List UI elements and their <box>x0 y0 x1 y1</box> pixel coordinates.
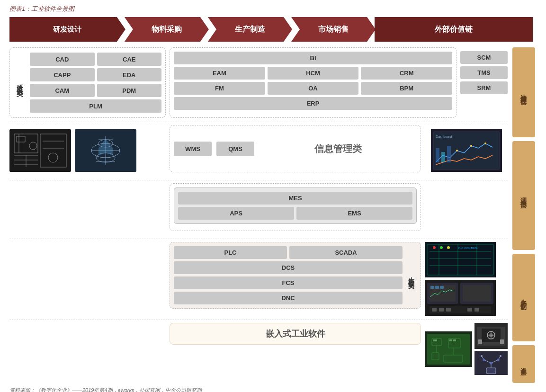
header-bar: 研发设计 物料采购 生产制造 市场销售 外部价值链 <box>9 17 537 42</box>
prod-layer-label: 生产控制层 <box>512 254 535 341</box>
footer-text: 资料来源：《数字化企业》——2019年第4期，eworks，公司官网，中金公司研… <box>9 387 537 392</box>
equipment-layer-block: 设备层 <box>510 345 537 383</box>
page-title: 图表1：工业软件全景图 <box>9 5 537 13</box>
dashboard-image: Dashboard <box>431 129 502 172</box>
info-row: WMS QMS 信息管理类 Dashboard <box>9 125 508 176</box>
svg-point-31 <box>470 145 472 147</box>
production-control-inner: PLC SCADA DCS FCS DNC 生产控制类 <box>174 246 417 304</box>
plc-screen-image: PLC CONTROL <box>425 242 496 277</box>
cad-box: CAD <box>30 53 95 66</box>
bpm-box: BPM <box>361 82 452 95</box>
qms-box: QMS <box>216 142 254 156</box>
svg-point-42 <box>440 246 443 249</box>
header-segment-market: 市场销售 <box>291 17 376 42</box>
schedule-left-space <box>9 183 166 235</box>
cnc-robot-images <box>474 323 508 375</box>
svg-text:Dashboard: Dashboard <box>436 135 452 138</box>
eam-box: EAM <box>174 67 265 80</box>
bi-box: BI <box>174 52 452 64</box>
main-layout: 研发设计类 CAD CAE CAPP EDA CAM PDM PLM <box>9 47 537 383</box>
eda-box: EDA <box>97 68 162 81</box>
embedded-label: 嵌入式工业软件 <box>266 328 325 339</box>
tms-box: TMS <box>460 66 508 79</box>
plm-box: PLM <box>30 99 161 113</box>
cae-box: CAE <box>97 53 162 66</box>
schedule-right-space <box>425 183 508 235</box>
main-area: 研发设计类 CAD CAE CAPP EDA CAM PDM PLM <box>9 47 508 383</box>
embedded-row: 嵌入式工业软件 <box>9 323 508 375</box>
control-room-image <box>425 280 496 316</box>
svg-rect-28 <box>441 152 445 162</box>
fm-box: FM <box>174 82 265 95</box>
svg-rect-70 <box>453 339 456 341</box>
svg-point-87 <box>490 362 492 365</box>
svg-point-88 <box>497 359 500 361</box>
svg-rect-53 <box>430 306 491 313</box>
cnc-machine-image <box>474 323 508 349</box>
production-row: PLC SCADA DCS FCS DNC 生产控制类 <box>9 242 508 316</box>
production-boxes: PLC SCADA DCS FCS DNC <box>174 246 403 304</box>
header-segment-external: 外部价值链 <box>375 17 533 42</box>
embedded-section-wrapper: 嵌入式工业软件 <box>170 323 421 375</box>
decision-layer-label: 决策管理层 <box>512 47 535 137</box>
aps-box: APS <box>178 207 294 220</box>
dcs-box: DCS <box>174 261 403 274</box>
decision-layer-block: 决策管理层 <box>510 47 537 137</box>
erp-box: ERP <box>174 97 452 110</box>
mes-box: MES <box>178 192 412 205</box>
robot-arm-image <box>474 351 508 375</box>
info-section: WMS QMS 信息管理类 <box>170 125 421 176</box>
aps-ems-row: APS EMS <box>178 207 412 220</box>
svg-rect-69 <box>449 339 452 341</box>
top-row: 研发设计类 CAD CAE CAPP EDA CAM PDM PLM <box>9 47 508 118</box>
research-label: 研发设计类 <box>14 53 26 113</box>
pdm-box: PDM <box>97 84 162 97</box>
ems-box: EMS <box>296 207 412 220</box>
dnc-box: DNC <box>174 292 403 304</box>
svg-rect-52 <box>440 286 444 289</box>
oa-box: OA <box>268 82 359 95</box>
equipment-layer-label: 设备层 <box>512 345 535 383</box>
svg-point-30 <box>456 150 458 151</box>
schedule-section: MES APS EMS <box>170 183 421 235</box>
header-segment-research: 研发设计 <box>9 17 125 42</box>
schedule-row: MES APS EMS <box>9 183 508 235</box>
prod-left-space <box>9 242 166 316</box>
svg-rect-74 <box>478 339 482 344</box>
info-layer-label: 调度执行层 <box>512 141 535 250</box>
scm-box: SCM <box>460 51 508 64</box>
plc-box: PLC <box>174 246 287 259</box>
dashboard-image-area: Dashboard <box>425 125 508 176</box>
svg-rect-81 <box>486 368 496 374</box>
mes-section: MES APS EMS <box>174 187 417 224</box>
svg-rect-49 <box>463 285 491 302</box>
svg-rect-58 <box>474 308 479 312</box>
pcb-image <box>425 331 472 367</box>
svg-rect-68 <box>435 339 437 341</box>
svg-point-89 <box>483 359 485 361</box>
decision-center: BI EAM HCM CRM FM OA BPM ERP <box>170 47 456 118</box>
header-segment-material: 物料采购 <box>125 17 209 42</box>
svg-rect-75 <box>500 339 504 344</box>
svg-rect-27 <box>436 148 439 162</box>
embedded-section: 嵌入式工业软件 <box>170 323 421 345</box>
svg-point-41 <box>433 246 436 249</box>
svg-point-43 <box>447 246 450 249</box>
equipment-images <box>425 323 508 375</box>
svg-point-32 <box>484 143 486 144</box>
svg-rect-55 <box>439 308 444 312</box>
decision-right-col: SCM TMS SRM <box>460 47 508 118</box>
svg-rect-54 <box>432 308 437 312</box>
info-mgmt-label: 信息管理类 <box>259 143 417 155</box>
embedded-left-space <box>9 323 166 375</box>
research-section: 研发设计类 CAD CAE CAPP EDA CAM PDM PLM <box>9 47 166 118</box>
design-images <box>9 125 166 176</box>
fcs-box: FCS <box>174 276 403 289</box>
svg-rect-51 <box>435 286 439 289</box>
production-control-label: 生产控制类 <box>405 246 417 304</box>
prod-layer-block: 生产控制层 <box>510 254 537 341</box>
production-images: PLC CONTROL <box>425 242 508 316</box>
right-labels-column: 决策管理层 调度执行层 生产控制层 设备层 <box>510 47 537 383</box>
svg-rect-50 <box>430 286 434 289</box>
crm-box: CRM <box>361 67 452 80</box>
